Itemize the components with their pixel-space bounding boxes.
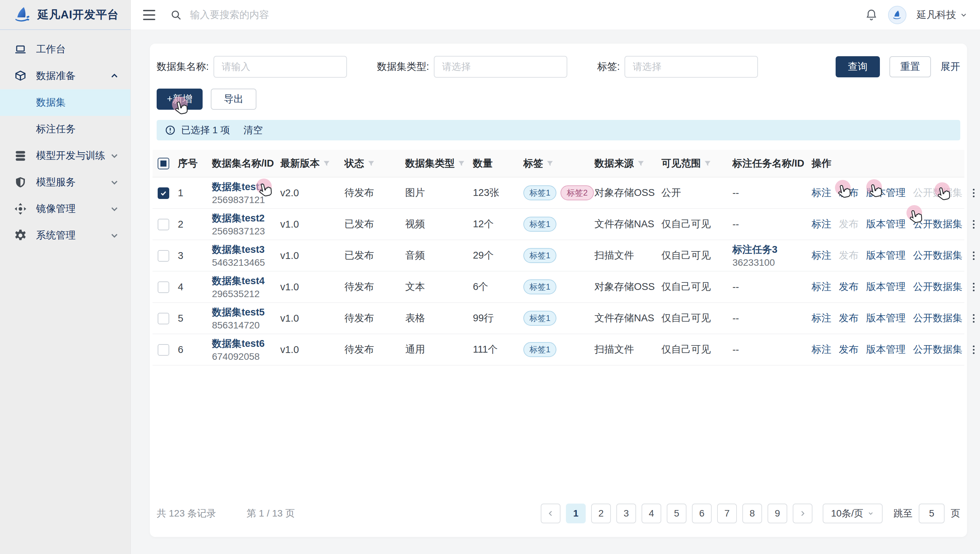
more-actions-icon[interactable] [970,281,977,293]
filter-dataset-type: 数据集类型: 请选择 [377,56,567,78]
version-mgmt-action[interactable]: 版本管理 [866,343,906,356]
add-button[interactable]: +新增 [157,89,203,110]
page-button[interactable]: 8 [742,504,762,523]
filter-funnel-icon[interactable] [547,160,553,167]
dataset-version: v1.0 [277,303,341,334]
more-actions-icon[interactable] [970,344,977,355]
row-checkbox[interactable] [158,250,169,262]
reset-button[interactable]: 重置 [889,56,931,77]
more-actions-icon[interactable] [970,313,977,324]
app-logo-icon [14,6,31,24]
account-menu[interactable]: 延凡科技 [917,8,968,22]
more-actions-icon[interactable] [970,187,977,199]
row-checkbox[interactable] [158,281,169,293]
move-icon [14,202,27,216]
column-header: 标注任务名称/ID [732,158,804,169]
dataset-name-link[interactable]: 数据集test1 [212,180,274,194]
export-button[interactable]: 导出 [211,89,256,110]
version-mgmt-action[interactable]: 版本管理 [866,280,906,294]
row-checkbox[interactable] [158,187,169,199]
version-mgmt-action[interactable]: 版本管理 [866,249,906,262]
page-size-select[interactable]: 10条/页 [822,504,883,523]
dataset-source: 对象存储OSS [591,177,658,209]
row-checkbox[interactable] [158,344,169,356]
query-button[interactable]: 查询 [835,56,880,77]
publish-action[interactable]: 发布 [839,343,859,356]
table-row: 3 数据集test35463213465 v1.0 已发布 音频 29个 标签1… [153,240,964,271]
filter-funnel-icon[interactable] [638,160,644,167]
page-button[interactable]: 6 [692,504,712,523]
annotate-action[interactable]: 标注 [812,343,832,356]
publish-action[interactable]: 发布 [839,280,859,294]
open-dataset-action[interactable]: 公开数据集 [913,280,963,294]
sidebar-item-workbench[interactable]: 工作台 [0,36,130,63]
expand-link[interactable]: 展开 [940,60,960,73]
open-dataset-action[interactable]: 公开数据集 [913,343,963,356]
prev-page-button[interactable] [541,504,560,523]
sidebar-item-dataset[interactable]: 数据集 [0,89,130,116]
user-avatar[interactable] [888,6,907,24]
annotate-action[interactable]: 标注 [812,217,832,231]
page-button[interactable]: 9 [767,504,787,523]
page-button[interactable]: 5 [667,504,686,523]
annotate-action[interactable]: 标注 [812,249,832,262]
row-index: 4 [174,271,208,303]
page-button[interactable]: 4 [641,504,661,523]
sidebar-item-data-prep[interactable]: 数据准备 [0,63,130,89]
dataset-type-select[interactable]: 请选择 [434,56,567,78]
tag-badge: 标签1 [523,311,557,326]
dataset-name-link[interactable]: 数据集test5 [212,306,274,319]
open-dataset-action[interactable]: 公开数据集 [913,217,963,231]
column-header: 操作 [812,158,832,169]
filter-funnel-icon[interactable] [458,160,465,167]
page-button[interactable]: 1 [566,504,586,523]
version-mgmt-action[interactable]: 版本管理 [866,217,906,231]
notification-bell-icon[interactable] [865,8,878,21]
next-page-button[interactable] [793,504,813,523]
dataset-name-link[interactable]: 数据集test2 [212,212,274,225]
annotate-action[interactable]: 标注 [812,186,832,200]
sidebar-item-annotation-task[interactable]: 标注任务 [0,116,130,142]
more-actions-icon[interactable] [970,250,977,261]
dataset-name-link[interactable]: 数据集test4 [212,274,274,288]
sidebar-item-image-mgmt[interactable]: 镜像管理 [0,196,130,222]
publish-action[interactable]: 发布 [839,311,859,325]
dataset-version: v1.0 [277,334,341,365]
open-dataset-action[interactable]: 公开数据集 [913,249,963,262]
column-header: 可见范围 [661,157,701,170]
page-button[interactable]: 3 [616,504,636,523]
jump-label: 跳至 [894,507,913,520]
chevron-down-icon [867,510,874,517]
more-actions-icon[interactable] [970,219,977,230]
tag-select[interactable]: 请选择 [625,56,758,78]
version-mgmt-action[interactable]: 版本管理 [866,311,906,325]
publish-action[interactable]: 发布 [839,186,859,200]
filter-funnel-icon[interactable] [704,160,711,167]
dataset-name-link[interactable]: 数据集test6 [212,337,274,351]
select-all-checkbox[interactable] [158,158,169,169]
sidebar-item-model-service[interactable]: 模型服务 [0,169,130,196]
sidebar-item-system-mgmt[interactable]: 系统管理 [0,222,130,249]
search-icon [170,9,182,21]
dataset-type: 文本 [402,271,469,303]
row-index: 6 [174,334,208,365]
task-name-link[interactable]: 标注任务3 [732,243,805,257]
annotate-action[interactable]: 标注 [812,311,832,325]
open-dataset-action[interactable]: 公开数据集 [913,311,963,325]
dataset-name-link[interactable]: 数据集test3 [212,243,274,257]
jump-page-input[interactable] [919,504,945,523]
sidebar-item-model-dev[interactable]: 模型开发与训练 [0,142,130,169]
clear-selection-link[interactable]: 清空 [243,124,262,137]
search-input[interactable] [190,9,428,21]
version-mgmt-action[interactable]: 版本管理 [866,186,906,200]
publish-action: 发布 [839,217,859,231]
row-checkbox[interactable] [158,219,169,230]
filter-funnel-icon[interactable] [368,160,375,167]
filter-funnel-icon[interactable] [323,160,330,167]
dataset-name-input[interactable] [213,56,347,78]
row-checkbox[interactable] [158,313,169,324]
annotate-action[interactable]: 标注 [812,280,832,294]
hamburger-menu-icon[interactable] [143,10,155,20]
page-button[interactable]: 2 [591,504,611,523]
page-button[interactable]: 7 [717,504,737,523]
